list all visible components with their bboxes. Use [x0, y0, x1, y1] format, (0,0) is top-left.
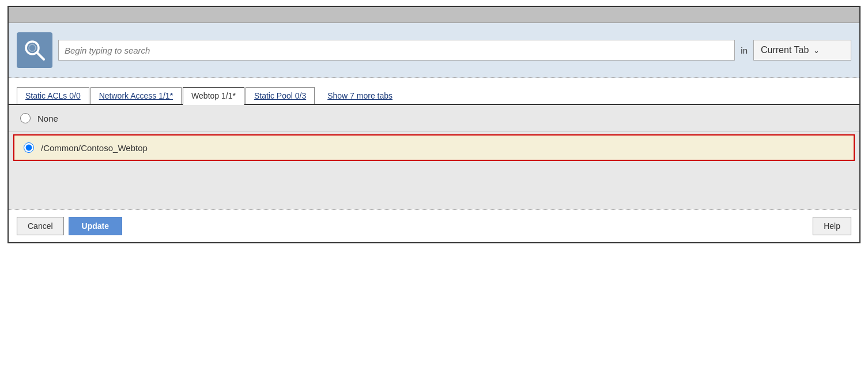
- help-button[interactable]: Help: [813, 217, 851, 235]
- show-more-tabs[interactable]: Show 7 more tabs: [319, 88, 401, 104]
- main-dialog: in Current Tab ⌄ Static ACLs 0/0 Network…: [7, 6, 861, 243]
- tab-static-pool[interactable]: Static Pool 0/3: [246, 87, 315, 104]
- search-input[interactable]: [58, 40, 735, 61]
- svg-line-1: [37, 52, 44, 59]
- update-button[interactable]: Update: [69, 217, 122, 235]
- svg-point-2: [29, 44, 36, 51]
- tabs-row: Static ACLs 0/0 Network Access 1/1* Webt…: [9, 78, 859, 105]
- chevron-down-icon: ⌄: [813, 46, 820, 55]
- dialog-title-bar: [9, 7, 859, 23]
- option-none-label: None: [37, 114, 58, 123]
- option-none-radio[interactable]: [20, 113, 31, 123]
- tab-webtop[interactable]: Webtop 1/1*: [183, 87, 244, 105]
- search-row: in Current Tab ⌄: [9, 23, 859, 78]
- option-contoso-radio[interactable]: [24, 142, 34, 153]
- content-spacer: [9, 163, 859, 209]
- option-contoso-row: /Common/Contoso_Webtop: [13, 134, 855, 161]
- footer-row: Cancel Update Help: [9, 209, 859, 242]
- content-area: None /Common/Contoso_Webtop: [9, 105, 859, 209]
- tab-static-acls[interactable]: Static ACLs 0/0: [17, 87, 89, 104]
- search-scope-label: Current Tab: [761, 45, 809, 55]
- cancel-button[interactable]: Cancel: [17, 217, 64, 235]
- search-scope-dropdown[interactable]: Current Tab ⌄: [753, 40, 851, 61]
- search-icon: [23, 39, 46, 62]
- option-contoso-label: /Common/Contoso_Webtop: [41, 143, 148, 153]
- option-none-row: None: [9, 105, 859, 132]
- search-icon-box: [17, 32, 52, 68]
- tab-network-access[interactable]: Network Access 1/1*: [90, 87, 182, 104]
- search-in-label: in: [741, 46, 748, 55]
